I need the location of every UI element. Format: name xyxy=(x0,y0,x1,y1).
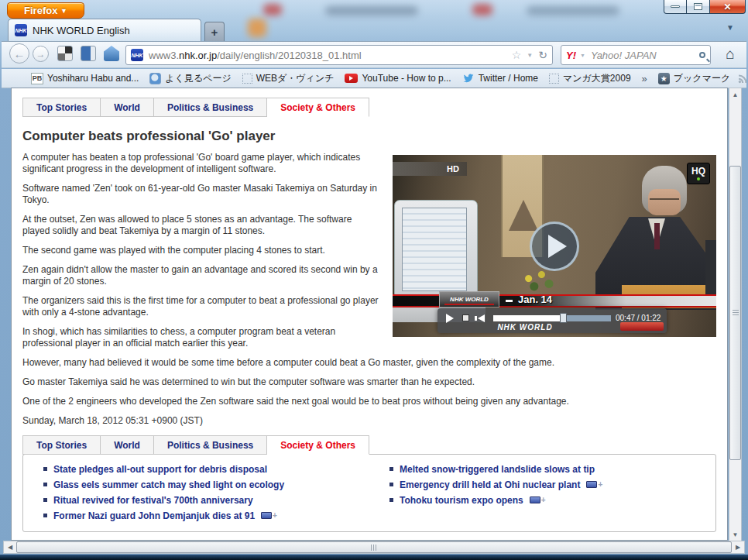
volume-icon[interactable] xyxy=(478,314,485,322)
bookmark-item[interactable]: マンガ大賞2009 xyxy=(546,70,634,87)
bullet-icon xyxy=(43,514,47,517)
window-bottom-border xyxy=(0,555,748,560)
url-text: www3.nhk.or.jp/daily/english/20120318_01… xyxy=(149,50,506,61)
article-paragraph: One of the 2 engineers who developed the… xyxy=(22,396,716,407)
video-available-icon: + xyxy=(586,480,602,489)
tab-top-stories[interactable]: Top Stories xyxy=(22,435,101,455)
news-link[interactable]: State pledges all-out support for debris… xyxy=(43,462,369,476)
news-link-label: Tohoku tourism expo opens xyxy=(400,495,523,506)
scroll-up-icon[interactable]: ▲ xyxy=(729,88,741,101)
bookmark-star-icon[interactable]: ☆ xyxy=(512,49,522,61)
firefox-button-label: Firefox xyxy=(24,5,57,16)
news-link-label: Melted snow-triggered landslide slows at… xyxy=(400,464,595,475)
news-link[interactable]: Melted snow-triggered landslide slows at… xyxy=(389,462,715,476)
tab-politics-business[interactable]: Politics & Business xyxy=(154,98,267,117)
bookmarks-folder[interactable]: ★ブックマーク xyxy=(655,70,733,87)
list-all-tabs-icon[interactable]: ▼ xyxy=(726,23,734,32)
minimize-button[interactable] xyxy=(664,0,687,14)
horizontal-scrollbar-thumb[interactable] xyxy=(16,541,732,553)
tab-title: NHK WORLD English xyxy=(33,25,130,36)
glass-blob xyxy=(263,4,282,15)
search-icon[interactable] xyxy=(699,52,705,58)
search-box[interactable]: Y! ▼ xyxy=(561,45,711,65)
stop-icon[interactable] xyxy=(462,314,469,321)
seek-bar-fill xyxy=(493,315,564,321)
nhk-favicon: NHK xyxy=(131,49,143,61)
news-link[interactable]: Emergency drill held at Ohi nuclear plan… xyxy=(389,477,715,492)
bookmark-label: YouTube - How to p... xyxy=(362,73,451,84)
yahoo-logo-icon[interactable]: Y! xyxy=(566,50,576,61)
bookmark-item[interactable]: WEBダ・ヴィンチ xyxy=(239,70,338,87)
horizontal-scrollbar[interactable]: ◀ ▶ xyxy=(3,541,745,554)
article-paragraph: Go master Takemiya said he was determine… xyxy=(22,376,716,388)
home-button[interactable]: ⌂ xyxy=(719,43,742,65)
scroll-down-icon[interactable]: ▼ xyxy=(729,528,741,541)
bookmarks-star-icon: ★ xyxy=(658,73,670,84)
bookmark-item[interactable]: Twitter / Home xyxy=(459,71,541,85)
close-button[interactable]: ✕ xyxy=(709,0,746,14)
seek-bar-thumb[interactable] xyxy=(560,313,567,323)
bookmark-item[interactable]: よく見るページ xyxy=(146,70,234,87)
tab-world[interactable]: World xyxy=(101,435,154,455)
tab-politics-business[interactable]: Politics & Business xyxy=(154,435,267,455)
news-link[interactable]: Former Nazi guard John Demjanjuk dies at… xyxy=(43,508,369,523)
search-engine-dropdown-icon[interactable]: ▼ xyxy=(580,53,585,58)
tab-society-others[interactable]: Society & Others xyxy=(267,98,369,117)
page-content: Top Stories World Politics & Business So… xyxy=(11,88,728,541)
extension-mail-icon[interactable] xyxy=(104,46,119,61)
news-link-label: Glass eels summer catch may shed light o… xyxy=(53,479,284,490)
rss-icon[interactable] xyxy=(738,74,748,84)
maximize-icon xyxy=(694,3,702,10)
play-overlay-button[interactable] xyxy=(530,222,579,271)
maximize-button[interactable] xyxy=(687,0,709,14)
reload-icon[interactable]: ↻ xyxy=(538,49,547,61)
minimize-icon xyxy=(671,5,680,8)
browser-tab[interactable]: NHK NHK WORLD English xyxy=(8,19,201,41)
youtube-icon xyxy=(345,74,358,83)
extension-screenshot-icon[interactable] xyxy=(57,46,73,61)
close-icon: ✕ xyxy=(723,2,731,12)
news-link[interactable]: Tohoku tourism expo opens+ xyxy=(389,493,715,507)
firefox-menu-button[interactable]: Firefox ▼ xyxy=(7,2,84,19)
extension-sidebar-icon[interactable] xyxy=(81,46,96,61)
scroll-left-icon[interactable]: ◀ xyxy=(4,541,16,553)
placeholder-favicon-icon xyxy=(242,74,252,84)
video-overlay-date: Jan. 14 xyxy=(518,294,552,305)
tab-top-stories[interactable]: Top Stories xyxy=(22,98,101,117)
bullet-icon xyxy=(389,483,393,486)
bookmark-item[interactable]: PBYoshiharu Habu and... xyxy=(28,71,142,86)
news-link[interactable]: Glass eels summer catch may shed light o… xyxy=(43,477,369,492)
scroll-right-icon[interactable]: ▶ xyxy=(732,541,744,553)
url-dropdown-icon[interactable]: ▼ xyxy=(527,52,533,59)
bullet-icon xyxy=(43,467,47,471)
back-button[interactable]: ← xyxy=(9,43,29,64)
vertical-scrollbar-thumb[interactable] xyxy=(729,166,741,460)
placeholder-favicon-icon xyxy=(549,74,559,84)
new-tab-button[interactable]: + xyxy=(204,22,225,41)
news-link[interactable]: Ritual revived for festival's 700th anni… xyxy=(43,493,369,507)
article-dateline: Sunday, March 18, 2012 05:31 +0900 (JST) xyxy=(22,415,716,426)
bookmark-label: マンガ大賞2009 xyxy=(563,72,631,85)
tab-society-others[interactable]: Society & Others xyxy=(267,435,369,455)
video-available-icon: + xyxy=(261,511,277,520)
video-frame-player-face xyxy=(648,189,681,215)
hq-green-dot xyxy=(697,177,700,180)
seek-bar[interactable] xyxy=(493,315,611,321)
pb-favicon: PB xyxy=(31,73,43,84)
related-news-section: Top Stories World Politics & Business So… xyxy=(22,435,716,533)
play-icon[interactable] xyxy=(446,314,454,323)
section-tabs-top: Top Stories World Politics & Business So… xyxy=(22,98,727,117)
bookmarks-overflow-button[interactable]: » xyxy=(639,73,650,84)
frequent-pages-icon xyxy=(149,73,161,84)
bookmark-label: Yoshiharu Habu and... xyxy=(47,73,139,84)
video-player[interactable]: HD HQ NHK WORLD Jan. 14 00:47 / xyxy=(393,155,716,337)
forward-button[interactable]: → xyxy=(33,46,49,62)
bookmark-item[interactable]: YouTube - How to p... xyxy=(341,71,454,85)
hq-button[interactable]: HQ xyxy=(687,163,710,184)
tab-world[interactable]: World xyxy=(101,98,154,117)
search-input[interactable] xyxy=(589,49,695,62)
vertical-scrollbar[interactable]: ▲ ▼ xyxy=(729,88,742,541)
url-bar[interactable]: NHK www3.nhk.or.jp/daily/english/2012031… xyxy=(125,45,553,65)
hq-label: HQ xyxy=(691,166,705,177)
nhk-favicon: NHK xyxy=(15,24,27,36)
